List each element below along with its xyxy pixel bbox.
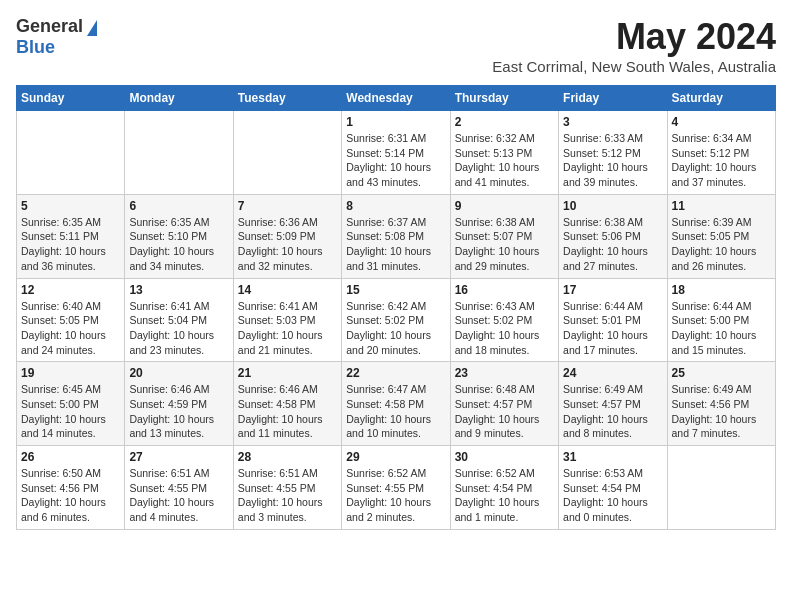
- calendar-cell: 3Sunrise: 6:33 AMSunset: 5:12 PMDaylight…: [559, 111, 667, 195]
- day-number: 16: [455, 283, 554, 297]
- day-number: 8: [346, 199, 445, 213]
- calendar-cell: 11Sunrise: 6:39 AMSunset: 5:05 PMDayligh…: [667, 194, 775, 278]
- day-number: 31: [563, 450, 662, 464]
- calendar-header-friday: Friday: [559, 86, 667, 111]
- day-info: Sunrise: 6:43 AMSunset: 5:02 PMDaylight:…: [455, 299, 554, 358]
- day-info: Sunrise: 6:41 AMSunset: 5:04 PMDaylight:…: [129, 299, 228, 358]
- day-number: 24: [563, 366, 662, 380]
- logo-blue-text: Blue: [16, 37, 55, 58]
- day-info: Sunrise: 6:44 AMSunset: 5:01 PMDaylight:…: [563, 299, 662, 358]
- calendar-cell: 1Sunrise: 6:31 AMSunset: 5:14 PMDaylight…: [342, 111, 450, 195]
- calendar-cell: [17, 111, 125, 195]
- calendar-cell: 24Sunrise: 6:49 AMSunset: 4:57 PMDayligh…: [559, 362, 667, 446]
- day-number: 26: [21, 450, 120, 464]
- day-number: 27: [129, 450, 228, 464]
- day-info: Sunrise: 6:46 AMSunset: 4:58 PMDaylight:…: [238, 382, 337, 441]
- day-info: Sunrise: 6:48 AMSunset: 4:57 PMDaylight:…: [455, 382, 554, 441]
- day-number: 14: [238, 283, 337, 297]
- calendar-cell: [233, 111, 341, 195]
- calendar-header-monday: Monday: [125, 86, 233, 111]
- calendar-cell: 30Sunrise: 6:52 AMSunset: 4:54 PMDayligh…: [450, 446, 558, 530]
- calendar-header-row: SundayMondayTuesdayWednesdayThursdayFrid…: [17, 86, 776, 111]
- day-number: 1: [346, 115, 445, 129]
- page-header: General Blue May 2024 East Corrimal, New…: [16, 16, 776, 75]
- calendar-header-saturday: Saturday: [667, 86, 775, 111]
- calendar-cell: 14Sunrise: 6:41 AMSunset: 5:03 PMDayligh…: [233, 278, 341, 362]
- day-number: 9: [455, 199, 554, 213]
- calendar-cell: 31Sunrise: 6:53 AMSunset: 4:54 PMDayligh…: [559, 446, 667, 530]
- calendar-header-thursday: Thursday: [450, 86, 558, 111]
- day-info: Sunrise: 6:46 AMSunset: 4:59 PMDaylight:…: [129, 382, 228, 441]
- calendar-cell: 15Sunrise: 6:42 AMSunset: 5:02 PMDayligh…: [342, 278, 450, 362]
- calendar-cell: 6Sunrise: 6:35 AMSunset: 5:10 PMDaylight…: [125, 194, 233, 278]
- day-number: 11: [672, 199, 771, 213]
- calendar-cell: 17Sunrise: 6:44 AMSunset: 5:01 PMDayligh…: [559, 278, 667, 362]
- day-info: Sunrise: 6:40 AMSunset: 5:05 PMDaylight:…: [21, 299, 120, 358]
- day-number: 12: [21, 283, 120, 297]
- day-number: 17: [563, 283, 662, 297]
- calendar-header-sunday: Sunday: [17, 86, 125, 111]
- day-info: Sunrise: 6:38 AMSunset: 5:07 PMDaylight:…: [455, 215, 554, 274]
- day-number: 25: [672, 366, 771, 380]
- calendar-week-row: 5Sunrise: 6:35 AMSunset: 5:11 PMDaylight…: [17, 194, 776, 278]
- day-number: 22: [346, 366, 445, 380]
- calendar-cell: 26Sunrise: 6:50 AMSunset: 4:56 PMDayligh…: [17, 446, 125, 530]
- calendar-header-tuesday: Tuesday: [233, 86, 341, 111]
- calendar-cell: 27Sunrise: 6:51 AMSunset: 4:55 PMDayligh…: [125, 446, 233, 530]
- day-info: Sunrise: 6:45 AMSunset: 5:00 PMDaylight:…: [21, 382, 120, 441]
- day-number: 23: [455, 366, 554, 380]
- calendar-cell: 23Sunrise: 6:48 AMSunset: 4:57 PMDayligh…: [450, 362, 558, 446]
- calendar-cell: [125, 111, 233, 195]
- day-info: Sunrise: 6:53 AMSunset: 4:54 PMDaylight:…: [563, 466, 662, 525]
- day-info: Sunrise: 6:37 AMSunset: 5:08 PMDaylight:…: [346, 215, 445, 274]
- calendar-cell: 13Sunrise: 6:41 AMSunset: 5:04 PMDayligh…: [125, 278, 233, 362]
- day-number: 18: [672, 283, 771, 297]
- calendar-cell: [667, 446, 775, 530]
- calendar-cell: 9Sunrise: 6:38 AMSunset: 5:07 PMDaylight…: [450, 194, 558, 278]
- day-number: 3: [563, 115, 662, 129]
- day-number: 28: [238, 450, 337, 464]
- calendar-cell: 2Sunrise: 6:32 AMSunset: 5:13 PMDaylight…: [450, 111, 558, 195]
- calendar-cell: 10Sunrise: 6:38 AMSunset: 5:06 PMDayligh…: [559, 194, 667, 278]
- calendar-cell: 21Sunrise: 6:46 AMSunset: 4:58 PMDayligh…: [233, 362, 341, 446]
- day-number: 5: [21, 199, 120, 213]
- day-number: 13: [129, 283, 228, 297]
- day-info: Sunrise: 6:33 AMSunset: 5:12 PMDaylight:…: [563, 131, 662, 190]
- day-number: 4: [672, 115, 771, 129]
- day-number: 19: [21, 366, 120, 380]
- day-info: Sunrise: 6:41 AMSunset: 5:03 PMDaylight:…: [238, 299, 337, 358]
- day-info: Sunrise: 6:52 AMSunset: 4:54 PMDaylight:…: [455, 466, 554, 525]
- day-info: Sunrise: 6:51 AMSunset: 4:55 PMDaylight:…: [129, 466, 228, 525]
- calendar-cell: 29Sunrise: 6:52 AMSunset: 4:55 PMDayligh…: [342, 446, 450, 530]
- day-info: Sunrise: 6:44 AMSunset: 5:00 PMDaylight:…: [672, 299, 771, 358]
- calendar-week-row: 12Sunrise: 6:40 AMSunset: 5:05 PMDayligh…: [17, 278, 776, 362]
- calendar-cell: 7Sunrise: 6:36 AMSunset: 5:09 PMDaylight…: [233, 194, 341, 278]
- location-subtitle: East Corrimal, New South Wales, Australi…: [492, 58, 776, 75]
- day-info: Sunrise: 6:35 AMSunset: 5:10 PMDaylight:…: [129, 215, 228, 274]
- calendar-week-row: 19Sunrise: 6:45 AMSunset: 5:00 PMDayligh…: [17, 362, 776, 446]
- calendar-cell: 22Sunrise: 6:47 AMSunset: 4:58 PMDayligh…: [342, 362, 450, 446]
- calendar-cell: 18Sunrise: 6:44 AMSunset: 5:00 PMDayligh…: [667, 278, 775, 362]
- logo: General Blue: [16, 16, 97, 58]
- day-info: Sunrise: 6:39 AMSunset: 5:05 PMDaylight:…: [672, 215, 771, 274]
- logo-triangle-icon: [87, 20, 97, 36]
- day-info: Sunrise: 6:49 AMSunset: 4:57 PMDaylight:…: [563, 382, 662, 441]
- day-info: Sunrise: 6:31 AMSunset: 5:14 PMDaylight:…: [346, 131, 445, 190]
- day-info: Sunrise: 6:52 AMSunset: 4:55 PMDaylight:…: [346, 466, 445, 525]
- calendar-header-wednesday: Wednesday: [342, 86, 450, 111]
- day-number: 6: [129, 199, 228, 213]
- day-info: Sunrise: 6:51 AMSunset: 4:55 PMDaylight:…: [238, 466, 337, 525]
- day-info: Sunrise: 6:36 AMSunset: 5:09 PMDaylight:…: [238, 215, 337, 274]
- day-number: 15: [346, 283, 445, 297]
- calendar-week-row: 1Sunrise: 6:31 AMSunset: 5:14 PMDaylight…: [17, 111, 776, 195]
- calendar-cell: 16Sunrise: 6:43 AMSunset: 5:02 PMDayligh…: [450, 278, 558, 362]
- day-number: 29: [346, 450, 445, 464]
- calendar-cell: 4Sunrise: 6:34 AMSunset: 5:12 PMDaylight…: [667, 111, 775, 195]
- day-number: 30: [455, 450, 554, 464]
- month-year-title: May 2024: [492, 16, 776, 58]
- day-number: 2: [455, 115, 554, 129]
- calendar-cell: 28Sunrise: 6:51 AMSunset: 4:55 PMDayligh…: [233, 446, 341, 530]
- calendar-week-row: 26Sunrise: 6:50 AMSunset: 4:56 PMDayligh…: [17, 446, 776, 530]
- day-info: Sunrise: 6:38 AMSunset: 5:06 PMDaylight:…: [563, 215, 662, 274]
- calendar-cell: 8Sunrise: 6:37 AMSunset: 5:08 PMDaylight…: [342, 194, 450, 278]
